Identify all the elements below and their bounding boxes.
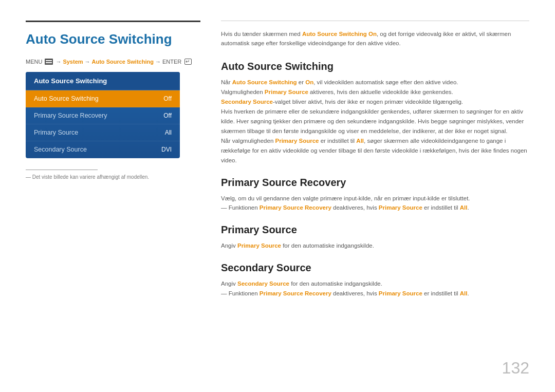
menu-box: Auto Source Switching Auto Source Switch… [26,72,180,158]
highlight-13: Primary Source [379,290,422,296]
highlight-10: Primary Source [237,242,281,249]
menu-item-secondary-source[interactable]: Secondary Source DVI [26,141,180,158]
section-body-primary-recovery: Vælg, om du vil gendanne den valgte prim… [221,194,529,213]
menu-item-value-1: Off [163,112,172,119]
highlight-7: Primary Source Recovery [260,204,331,211]
left-column: Auto Source Switching MENU → System → Au… [26,21,200,377]
section-title-auto-source: Auto Source Switching [221,61,529,72]
footnote-divider [26,170,98,170]
highlight-1: Auto Source Switching [232,79,297,85]
menu-item-label-2: Primary Source [34,129,78,136]
auto-source-link: Auto Source Switching [92,59,154,65]
highlight-11: Secondary Source [237,281,289,287]
highlight-5: Primary Source [275,138,319,144]
highlight-12: Primary Source Recovery [260,290,331,296]
intro-bold-1: Auto Source Switching On [302,31,377,37]
right-column: Hvis du tænder skærmen med Auto Source S… [221,21,529,377]
footnote: ― Det viste billede kan variere afhængig… [26,174,200,180]
menu-item-value-3: DVI [161,146,172,153]
right-top-divider [221,21,529,21]
section-title-primary-recovery: Primary Source Recovery [221,177,529,189]
section-body-auto-source: Når Auto Source Switching er On, vil vid… [221,78,529,165]
page-number: 132 [502,359,529,378]
enter-label: ENTER [162,59,181,65]
section-body-primary-source: Angiv Primary Source for den automatiske… [221,241,529,251]
menu-label: MENU [26,59,42,65]
highlight-6: All [356,138,364,144]
highlight-2: On [305,79,313,85]
highlight-8: Primary Source [379,204,422,211]
system-link: System [63,59,83,65]
menu-box-header: Auto Source Switching [26,72,180,90]
menu-item-primary-recovery[interactable]: Primary Source Recovery Off [26,107,180,124]
highlight-4: Secondary Source [221,99,273,105]
page-container: Auto Source Switching MENU → System → Au… [0,0,555,392]
page-title: Auto Source Switching [26,31,200,47]
menu-icon [45,59,53,65]
menu-item-primary-source[interactable]: Primary Source All [26,124,180,141]
arrow2: → [85,59,90,65]
menu-item-value-0: Off [163,95,172,102]
highlight-3: Primary Source [265,89,308,95]
menu-item-auto-source[interactable]: Auto Source Switching Off [26,90,180,107]
arrow1: → [55,59,61,65]
intro-text: Hvis du tænder skærmen med Auto Source S… [221,29,529,48]
arrow3: → [155,59,161,65]
section-title-primary-source: Primary Source [221,224,529,236]
section-body-secondary-source: Angiv Secondary Source for den automatis… [221,279,529,298]
highlight-14: All [460,290,468,296]
top-divider [26,21,200,22]
highlight-9: All [460,204,468,211]
menu-item-label-0: Auto Source Switching [34,95,99,102]
menu-item-value-2: All [165,129,172,136]
section-title-secondary-source: Secondary Source [221,262,529,274]
menu-item-label-1: Primary Source Recovery [34,112,107,119]
enter-icon [184,59,192,65]
menu-item-label-3: Secondary Source [34,146,87,153]
menu-path: MENU → System → Auto Source Switching → … [26,59,200,65]
